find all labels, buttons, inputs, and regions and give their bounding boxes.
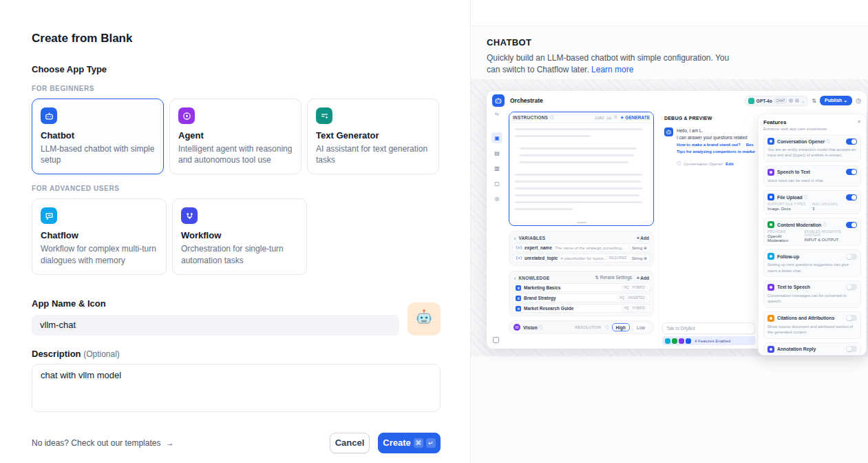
text-generator-icon	[316, 107, 332, 124]
rail-notes-icon: ▢	[491, 178, 502, 189]
retrieval-badge: HQ · HYBRID	[622, 306, 647, 311]
settings-icon	[795, 99, 799, 103]
info-icon: ⓘ	[539, 325, 543, 330]
app-type-card-chatbot[interactable]: Chatbot LLM-based chatbot with simple se…	[32, 99, 164, 174]
knowledge-row: ≣ Marketing Basics HQ · HYBRID	[512, 283, 650, 292]
required-badge: REQUIRED	[606, 256, 629, 260]
resolution-low-option: Low	[633, 323, 649, 331]
text-to-speech-icon	[768, 284, 774, 291]
pv-knowledge-section: ∨ KNOWLEDGE ⇅ Rerank Settings + Add ≣ Ma…	[509, 271, 654, 316]
add-knowledge-button: + Add	[637, 276, 649, 280]
pv-model-selector: GPT-4o CHAT ⌄	[745, 96, 809, 106]
app-type-card-workflow[interactable]: Workflow Orchestration for single-turn a…	[172, 198, 307, 274]
cmd-key-icon: ⌘	[414, 438, 423, 448]
rail-orchestrate-icon: ▣	[491, 132, 502, 143]
pv-debug-column: DEBUG & PREVIEW Hello, I am L. I can ans…	[658, 110, 758, 349]
variable-row: {x} expert_name The name of the strategi…	[512, 243, 650, 252]
feature-item: Content Moderation ⓘ PROVIDEROpenAI Mode…	[763, 218, 861, 246]
edit-opener-link: Edit	[726, 162, 733, 166]
preview-hatch-area: Orchestrate GPT-4o CHAT ⌄ ⇅ Publish ⌄ ◷	[471, 79, 868, 356]
card-title: Agent	[178, 130, 293, 141]
tune-icon: ⇅	[812, 98, 816, 104]
advanced-cards-row: Chatflow Workflow for complex multi-turn…	[32, 198, 441, 274]
card-desc: LLM-based chatbot with simple setup	[41, 143, 155, 165]
chatflow-icon	[41, 207, 57, 224]
for-advanced-users-label: FOR ADVANCED USERS	[32, 185, 441, 192]
app-type-card-agent[interactable]: Agent Intelligent agent with reasoning a…	[169, 99, 301, 174]
knowledge-row: ≣ Brand Strategy HQ · INVERTED	[512, 294, 650, 302]
toggle	[846, 169, 857, 175]
optional-label: (Optional)	[83, 349, 120, 359]
add-variable-button: + Add	[637, 236, 649, 240]
instructions-label: INSTRUCTIONS	[513, 115, 548, 120]
card-desc: AI assistant for text generation tasks	[316, 143, 430, 165]
dialog-footer: No ideas? Check out our templates → Canc…	[32, 433, 441, 453]
app-type-card-chatflow[interactable]: Chatflow Workflow for complex multi-turn…	[32, 198, 167, 274]
feature-item: Speech to Text Voice input can be used i…	[763, 165, 861, 187]
create-form-panel: Create from Blank Choose App Type FOR BE…	[0, 0, 470, 463]
annotation-reply-icon	[768, 346, 774, 353]
learn-more-link[interactable]: Learn more	[591, 65, 633, 74]
rail-document-icon: ▥	[491, 163, 502, 174]
workflow-icon	[181, 207, 198, 224]
char-count: 2182	[595, 116, 604, 120]
feature-mini-icon	[679, 338, 684, 344]
retrieval-badge: HQ · HYBRID	[622, 285, 647, 291]
card-title: Chatbot	[41, 130, 155, 141]
info-icon: ⓘ	[826, 139, 830, 144]
pv-variables-section: ∨ VARIABLES + Add {x} expert_name The na…	[509, 231, 654, 266]
speech-to-text-icon	[768, 169, 774, 176]
app-type-card-text-generator[interactable]: Text Generator AI assistant for text gen…	[307, 99, 439, 174]
agent-icon	[178, 107, 195, 124]
feature-mini-icon	[672, 338, 677, 344]
preview-type-title: CHATBOT	[487, 37, 868, 48]
create-button[interactable]: Create ⌘ ↵	[378, 433, 441, 453]
pv-chat-input: Talk to DifyBot	[662, 322, 755, 334]
pv-left-rail: ⇆ ▣ ▤ ▥ ▢ ◎	[487, 110, 507, 349]
feature-item: Citations and Attributions Show source d…	[763, 311, 861, 339]
clipboard-icon: ⎘	[614, 115, 617, 120]
feature-item: Annotation Reply	[763, 342, 861, 356]
vision-eye-icon	[514, 324, 520, 331]
generate-button: ✦ GENERATE	[620, 115, 650, 121]
description-textarea[interactable]	[32, 364, 441, 412]
feature-item: Text to Speech Conversation messages can…	[763, 280, 861, 308]
info-icon: ⓘ	[677, 161, 681, 167]
chatbot-preview-image: Orchestrate GPT-4o CHAT ⌄ ⇅ Publish ⌄ ◷	[487, 91, 867, 349]
retrieval-badge: HQ · INVERTED	[617, 296, 647, 301]
pv-publish-button: Publish ⌄	[820, 96, 852, 105]
mic-icon	[789, 99, 793, 103]
rail-checkbox-icon	[493, 337, 499, 343]
pv-chat-message: Hello, I am L. I can answer your questio…	[659, 121, 758, 167]
caret-down-icon: ∨	[514, 276, 516, 280]
info-icon: ⓘ	[549, 114, 553, 121]
info-icon: ⓘ	[823, 223, 827, 227]
toggle	[846, 346, 857, 352]
card-title: Text Generator	[316, 130, 430, 141]
right-topbar	[471, 0, 868, 26]
app-name-row: App Name & Icon	[32, 298, 441, 336]
toggle	[846, 284, 857, 290]
pv-features-enabled-bar: 4 Features Enabled	[662, 336, 755, 345]
rail-globe-icon: ◎	[491, 193, 502, 204]
app-name-input[interactable]	[32, 315, 399, 336]
chatbot-icon	[41, 107, 57, 124]
app-icon-picker[interactable]	[407, 302, 441, 336]
pv-vision-section: Vision ⓘ RESOLUTION ⓘ High Low	[509, 320, 654, 334]
variable-token-icon: {x}	[606, 116, 611, 120]
cancel-button[interactable]: Cancel	[330, 433, 370, 453]
info-icon: ⓘ	[804, 195, 808, 200]
suggested-question: How to make a brand stand out? Bes	[677, 141, 755, 149]
info-icon: ⓘ	[605, 325, 609, 330]
greeting-line: I can answer your questions related	[677, 134, 755, 141]
chevron-down-icon: ⌄	[801, 99, 805, 103]
beginner-cards-row: Chatbot LLM-based chatbot with simple se…	[32, 99, 441, 174]
dataset-icon: ≣	[516, 285, 521, 291]
variable-row: {x} unrelated_topic A placeholder for to…	[512, 254, 650, 263]
pv-header: Orchestrate GPT-4o CHAT ⌄ ⇅ Publish ⌄ ◷	[487, 91, 867, 110]
history-icon: ◷	[856, 97, 861, 104]
greeting-line: Hello, I am L.	[677, 127, 755, 134]
follow-up-icon	[768, 253, 774, 260]
templates-link[interactable]: No ideas? Check out our templates →	[32, 438, 174, 448]
close-icon: ✕	[857, 119, 861, 125]
